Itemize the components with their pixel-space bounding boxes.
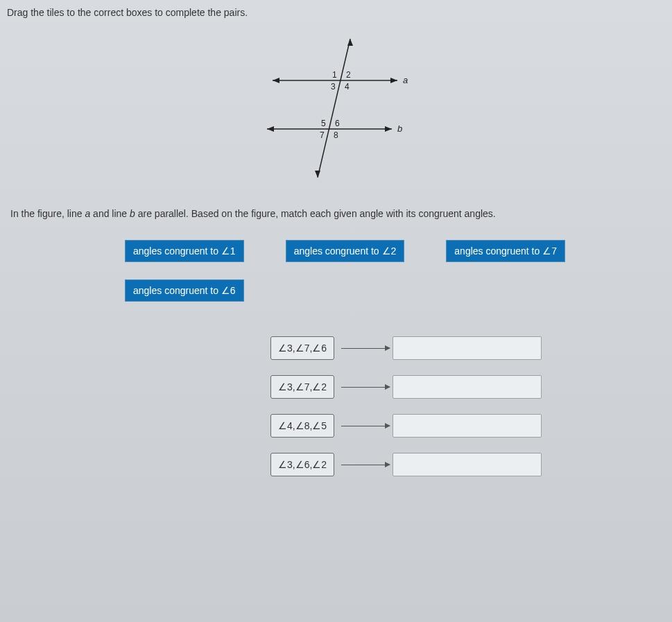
tile-angle-6[interactable]: angles congruent to ∠6 xyxy=(125,279,244,302)
drop-zone-2[interactable] xyxy=(393,375,542,399)
svg-marker-8 xyxy=(385,126,392,132)
figure-container: a b 1 2 3 4 5 6 7 8 xyxy=(7,32,665,187)
svg-marker-1 xyxy=(347,39,353,46)
arrow-icon xyxy=(341,426,390,426)
tile-angle-2[interactable]: angles congruent to ∠2 xyxy=(286,240,405,262)
question-text: In the figure, line a and line b are par… xyxy=(10,208,665,219)
angle-7: 7 xyxy=(320,130,325,140)
pair-row-4: ∠3,∠6,∠2 xyxy=(270,453,665,476)
qt-b: b xyxy=(130,208,135,219)
given-box-1: ∠3,∠7,∠6 xyxy=(270,336,334,360)
pair-row-2: ∠3,∠7,∠2 xyxy=(270,375,665,399)
tile-angle-1[interactable]: angles congruent to ∠1 xyxy=(125,240,244,262)
pair-row-1: ∠3,∠7,∠6 xyxy=(270,336,665,360)
qt-p2: and line xyxy=(90,208,130,219)
angle-5: 5 xyxy=(321,119,326,128)
angle-4: 4 xyxy=(345,82,350,92)
angle-1: 1 xyxy=(332,70,337,80)
angle-8: 8 xyxy=(334,130,338,140)
pairs-area: ∠3,∠7,∠6 ∠3,∠7,∠2 ∠4,∠8,∠5 ∠3,∠6,∠2 xyxy=(270,336,665,476)
svg-marker-7 xyxy=(267,126,274,132)
parallel-lines-figure: a b 1 2 3 4 5 6 7 8 xyxy=(246,32,427,187)
svg-marker-2 xyxy=(315,171,320,178)
drop-zone-4[interactable] xyxy=(393,453,542,476)
svg-line-0 xyxy=(318,39,350,178)
tiles-area: angles congruent to ∠1 angles congruent … xyxy=(125,240,666,302)
given-box-2: ∠3,∠7,∠2 xyxy=(270,375,334,399)
arrow-icon xyxy=(341,465,390,465)
given-box-4: ∠3,∠6,∠2 xyxy=(270,453,334,476)
qt-p3: are parallel. Based on the figure, match… xyxy=(135,208,496,219)
pair-row-3: ∠4,∠8,∠5 xyxy=(270,414,665,438)
arrow-icon xyxy=(341,387,390,388)
drop-zone-3[interactable] xyxy=(393,414,542,438)
given-box-3: ∠4,∠8,∠5 xyxy=(270,414,334,438)
tile-angle-7[interactable]: angles congruent to ∠7 xyxy=(446,240,565,262)
arrow-icon xyxy=(341,348,390,349)
drop-zone-1[interactable] xyxy=(393,336,542,360)
svg-marker-4 xyxy=(273,78,279,83)
line-b-label: b xyxy=(397,123,402,134)
svg-marker-5 xyxy=(390,78,397,83)
angle-2: 2 xyxy=(346,70,351,80)
line-a-label: a xyxy=(403,75,408,85)
qt-p1: In the figure, line xyxy=(10,208,85,219)
instruction-text: Drag the tiles to the correct boxes to c… xyxy=(7,7,665,18)
angle-6: 6 xyxy=(335,119,340,128)
angle-3: 3 xyxy=(331,82,336,92)
